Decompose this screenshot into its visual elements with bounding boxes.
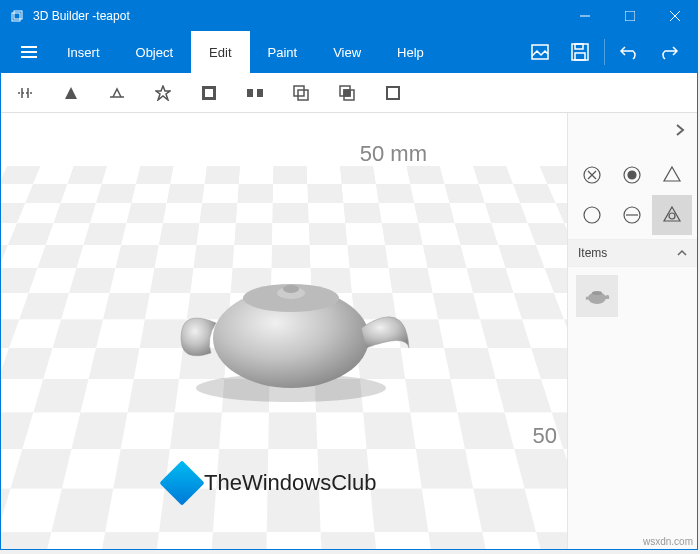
smooth-tool-icon[interactable]	[105, 81, 129, 105]
save-icon[interactable]	[560, 31, 600, 73]
svg-rect-23	[294, 86, 304, 96]
teapot-model[interactable]	[151, 243, 431, 403]
hamburger-menu[interactable]	[9, 31, 49, 73]
chevron-right-icon[interactable]	[671, 119, 689, 145]
item-thumbnail-teapot[interactable]	[576, 275, 618, 317]
shading-mode-2[interactable]	[612, 155, 652, 195]
svg-marker-37	[664, 167, 680, 181]
svg-rect-11	[575, 44, 583, 49]
shading-mode-6[interactable]	[652, 195, 692, 235]
svg-point-44	[592, 291, 602, 295]
intersect-tool-icon[interactable]	[335, 81, 359, 105]
edit-toolbar	[1, 73, 697, 113]
sidebar: Items	[567, 113, 697, 549]
shading-mode-4[interactable]	[572, 195, 612, 235]
svg-rect-24	[298, 90, 308, 100]
titlebar: 3D Builder -teapot	[1, 1, 697, 31]
svg-rect-1	[14, 11, 22, 19]
shading-mode-3[interactable]	[652, 155, 692, 195]
3d-viewport[interactable]: 50 mm 50	[1, 113, 567, 549]
chevron-up-icon	[677, 246, 687, 260]
svg-rect-3	[625, 11, 635, 21]
svg-point-33	[283, 285, 299, 293]
menu-insert[interactable]: Insert	[49, 31, 118, 73]
window-title: 3D Builder -teapot	[33, 9, 130, 23]
image-icon[interactable]	[520, 31, 560, 73]
svg-rect-0	[12, 13, 20, 21]
simplify-tool-icon[interactable]	[59, 81, 83, 105]
shading-mode-5[interactable]	[612, 195, 652, 235]
svg-rect-22	[257, 89, 263, 97]
dimension-label-top: 50 mm	[360, 141, 427, 167]
extrude-tool-icon[interactable]	[243, 81, 267, 105]
menu-paint[interactable]: Paint	[250, 31, 316, 73]
watermark-logo-icon	[159, 460, 204, 505]
minimize-button[interactable]	[562, 1, 607, 31]
svg-rect-12	[575, 53, 585, 60]
svg-marker-18	[156, 86, 170, 100]
svg-point-38	[584, 207, 600, 223]
svg-rect-27	[344, 90, 350, 96]
shading-mode-1[interactable]	[572, 155, 612, 195]
watermark-text: TheWindowsClub	[204, 470, 376, 496]
svg-point-42	[669, 213, 675, 219]
redo-icon[interactable]	[649, 31, 689, 73]
close-button[interactable]	[652, 1, 697, 31]
app-icon	[9, 8, 25, 24]
undo-icon[interactable]	[609, 31, 649, 73]
svg-rect-20	[205, 89, 213, 97]
menubar: Insert Object Edit Paint View Help	[1, 31, 697, 73]
items-panel-header[interactable]: Items	[568, 239, 697, 267]
menu-view[interactable]: View	[315, 31, 379, 73]
menu-edit[interactable]: Edit	[191, 31, 249, 73]
svg-marker-16	[65, 87, 77, 99]
maximize-button[interactable]	[607, 1, 652, 31]
svg-rect-21	[247, 89, 253, 97]
watermark: TheWindowsClub	[166, 467, 376, 499]
menu-help[interactable]: Help	[379, 31, 442, 73]
footer-url: wsxdn.com	[643, 536, 693, 547]
svg-point-36	[628, 171, 636, 179]
emboss-tool-icon[interactable]	[151, 81, 175, 105]
dimension-label-right: 50	[533, 423, 557, 449]
svg-rect-28	[387, 87, 399, 99]
subtract-tool-icon[interactable]	[381, 81, 405, 105]
hollow-tool-icon[interactable]	[197, 81, 221, 105]
split-tool-icon[interactable]	[13, 81, 37, 105]
items-label: Items	[578, 246, 607, 260]
merge-tool-icon[interactable]	[289, 81, 313, 105]
menu-object[interactable]: Object	[118, 31, 192, 73]
